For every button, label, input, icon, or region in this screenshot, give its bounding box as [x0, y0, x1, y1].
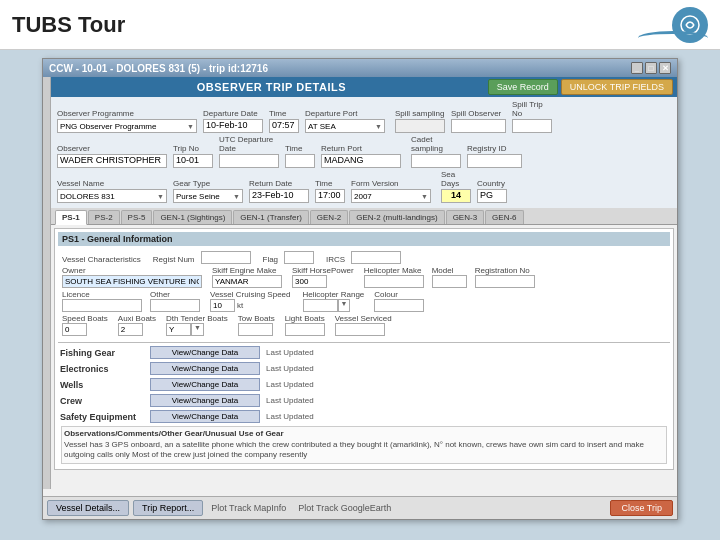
utc-departure-input[interactable]	[219, 154, 279, 168]
tab-gen1-sightings[interactable]: GEN-1 (Sightings)	[153, 210, 232, 224]
list-item: Electronics View/Change Data Last Update…	[58, 361, 670, 376]
crew-btn[interactable]: View/Change Data	[150, 394, 260, 407]
skiff-engine-make-input[interactable]	[212, 275, 282, 288]
dth-tender-input[interactable]	[166, 323, 191, 336]
cruising-unit: kt	[237, 301, 243, 310]
colour-label: Colour	[374, 290, 424, 299]
list-item: Wells View/Change Data Last Updated	[58, 377, 670, 392]
helicopter-make-label: Helicopter Make	[364, 266, 424, 275]
vessel-name-label: Vessel Name	[57, 179, 167, 188]
wells-btn[interactable]: View/Change Data	[150, 378, 260, 391]
ircs-input[interactable]	[351, 251, 401, 264]
flag-input[interactable]	[284, 251, 314, 264]
vessel-cruising-input[interactable]	[210, 299, 235, 312]
owner-input[interactable]	[62, 275, 202, 288]
sea-days-input[interactable]: 14	[441, 189, 471, 203]
utc-time-input[interactable]	[285, 154, 315, 168]
cadet-sampling-input[interactable]	[411, 154, 461, 168]
spill-observer-input[interactable]	[451, 119, 506, 133]
country-input[interactable]: PG	[477, 189, 507, 203]
spill-trip-no-input[interactable]	[512, 119, 552, 133]
other-input[interactable]	[150, 299, 200, 312]
tab-ps2[interactable]: PS-2	[88, 210, 120, 224]
tab-ps1[interactable]: PS-1	[55, 210, 87, 225]
tab-gen2-multi[interactable]: GEN-2 (multi-landings)	[349, 210, 444, 224]
window-title: CCW - 10-01 - DOLORES 831 (5) - trip id:…	[49, 63, 268, 74]
tab-gen6[interactable]: GEN-6	[485, 210, 523, 224]
owner-label: Owner	[62, 266, 202, 275]
tab-bar: PS-1 PS-2 PS-5 GEN-1 (Sightings) GEN-1 (…	[51, 208, 677, 225]
colour-input[interactable]	[374, 299, 424, 312]
observations-section: Observations/Comments/Other Gear/Unusual…	[61, 426, 667, 464]
aux-boats-input[interactable]	[118, 323, 143, 336]
departure-date-input[interactable]: 10-Feb-10	[203, 119, 263, 133]
bottom-bar: Vessel Details... Trip Report... Plot Tr…	[43, 496, 677, 519]
trip-report-button[interactable]: Trip Report...	[133, 500, 203, 516]
plot-google-link[interactable]: Plot Track GoogleEarth	[294, 501, 395, 515]
observer-programme-input[interactable]: PNG Observer Programme ▼	[57, 119, 197, 133]
trip-no-label: Trip No	[173, 144, 213, 153]
helicopter-range-input[interactable]	[303, 299, 338, 312]
close-button[interactable]: ✕	[659, 62, 671, 74]
vessel-name-input[interactable]: DOLORES 831 ▼	[57, 189, 167, 203]
reg-num-label: Regist Num	[153, 255, 195, 264]
save-record-button[interactable]: Save Record	[488, 79, 558, 95]
reg-no-input[interactable]	[475, 275, 535, 288]
return-time-input[interactable]: 17:00	[315, 189, 345, 203]
fishing-gear-btn[interactable]: View/Change Data	[150, 346, 260, 359]
return-date-input[interactable]: 23-Feb-10	[249, 189, 309, 203]
departure-date-label: Departure Date	[203, 109, 263, 118]
departure-time-input[interactable]: 07:57	[269, 119, 299, 133]
safety-equipment-btn[interactable]: View/Change Data	[150, 410, 260, 423]
tab-gen3[interactable]: GEN-3	[446, 210, 484, 224]
trip-no-input[interactable]: 10-01	[173, 154, 213, 168]
minimize-button[interactable]: _	[631, 62, 643, 74]
utc-time-label: Time	[285, 144, 315, 153]
plot-mapinfo-link[interactable]: Plot Track MapInfo	[207, 501, 290, 515]
skiff-engine-make-label: Skiff Engine Make	[212, 266, 282, 275]
dth-tender-label: Dth Tender Boats	[166, 314, 228, 323]
gear-type-input[interactable]: Purse Seine ▼	[173, 189, 243, 203]
window-titlebar: CCW - 10-01 - DOLORES 831 (5) - trip id:…	[43, 59, 677, 77]
speed-boats-input[interactable]	[62, 323, 87, 336]
vessel-details-button[interactable]: Vessel Details...	[47, 500, 129, 516]
light-boats-label: Light Boats	[285, 314, 325, 323]
obs-text: Vessel has 3 GPS onboard, an a satellite…	[64, 440, 664, 461]
gear-arrow: ▼	[233, 193, 240, 200]
close-trip-button[interactable]: Close Trip	[610, 500, 673, 516]
departure-port-input[interactable]: AT SEA ▼	[305, 119, 385, 133]
reg-num-input[interactable]	[201, 251, 251, 264]
spill-trip-no-label: Spill Trip No	[512, 100, 552, 118]
licence-input[interactable]	[62, 299, 142, 312]
spill-observer-label: Spill Observer	[451, 109, 506, 118]
form-version-label: Form Version	[351, 179, 431, 188]
tab-ps5[interactable]: PS-5	[121, 210, 153, 224]
country-label: Country	[477, 179, 507, 188]
electronics-btn[interactable]: View/Change Data	[150, 362, 260, 375]
form-version-input[interactable]: 2007 ▼	[351, 189, 431, 203]
tab-gen1-transfer[interactable]: GEN-1 (Transfer)	[233, 210, 309, 224]
helicopter-model-input[interactable]	[432, 275, 467, 288]
licence-label: Licence	[62, 290, 142, 299]
tow-boats-label: Tow Boats	[238, 314, 275, 323]
tab-gen2[interactable]: GEN-2	[310, 210, 348, 224]
heli-range-arrow[interactable]: ▼	[338, 299, 351, 312]
light-boats-input[interactable]	[285, 323, 325, 336]
speed-boats-label: Speed Boats	[62, 314, 108, 323]
registry-id-input[interactable]	[467, 154, 522, 168]
dth-arrow[interactable]: ▼	[191, 323, 204, 336]
spill-sampling-input[interactable]	[395, 119, 445, 133]
vessel-serviced-input[interactable]	[335, 323, 385, 336]
helicopter-make-input[interactable]	[364, 275, 424, 288]
observer-input[interactable]: WADER CHRISTOPHER	[57, 154, 167, 168]
skiff-hp-input[interactable]	[292, 275, 327, 288]
departure-port-label: Departure Port	[305, 109, 385, 118]
maximize-button[interactable]: □	[645, 62, 657, 74]
left-scrollbar[interactable]	[43, 77, 51, 489]
vessel-serviced-label: Vessel Serviced	[335, 314, 392, 323]
list-item: Crew View/Change Data Last Updated	[58, 393, 670, 408]
observer-label: Observer	[57, 144, 167, 153]
unlock-trip-button[interactable]: UNLOCK TRIP FIELDS	[561, 79, 673, 95]
return-port-input[interactable]: MADANG	[321, 154, 401, 168]
tow-boats-input[interactable]	[238, 323, 273, 336]
